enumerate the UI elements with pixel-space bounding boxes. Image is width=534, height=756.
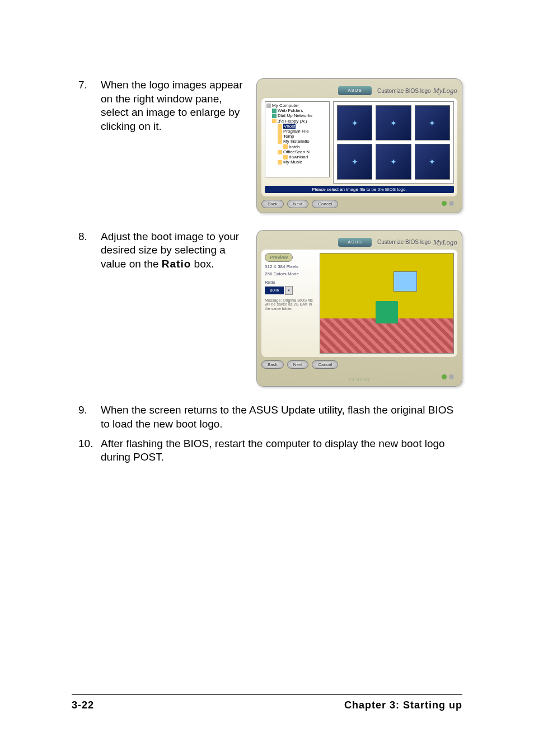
folder-icon [278, 139, 282, 144]
mylogo-text: MyLogo [433, 86, 457, 95]
screenshot-preview: ASUS Customize BIOS logo MyLogo Preview … [256, 230, 462, 387]
cancel-button[interactable]: Cancel [312, 360, 338, 369]
thumbnail[interactable]: ✦ [415, 144, 450, 179]
tree-root: My Computer [272, 103, 299, 108]
step-text-part: box. [191, 258, 214, 270]
page-number: 3-22 [72, 699, 94, 711]
resolution-text: 512 X 384 Pixels [265, 264, 315, 269]
preview-window-graphic [394, 271, 417, 292]
tree-node: batch [289, 144, 300, 149]
tree-node: Web Folders [278, 108, 303, 113]
globe-icon [272, 109, 277, 113]
floppy-icon [272, 119, 277, 123]
document-page: 7. When the logo images appear on the ri… [0, 0, 534, 756]
preview-plant-graphic [376, 301, 398, 323]
network-icon [272, 114, 277, 118]
color-mode-text: 256 Colors Mode [265, 271, 315, 276]
status-dot-icon [442, 201, 447, 206]
step-number: 8. [78, 230, 101, 271]
ratio-value: 80% [265, 287, 284, 294]
ratio-label: Ratio [265, 280, 315, 285]
screenshot-select-image: ASUS Customize BIOS logo MyLogo My Compu… [256, 78, 462, 213]
thumbnail[interactable]: ✦ [376, 144, 411, 179]
tree-node: Program File [283, 129, 309, 134]
back-button[interactable]: Back [261, 200, 284, 208]
tree-node: Dial-Up Networks [278, 113, 312, 118]
folder-icon [278, 134, 282, 139]
header-caption: Customize BIOS logo [377, 239, 431, 245]
page-footer: 3-22 Chapter 3: Starting up [72, 694, 462, 711]
ratio-select[interactable]: 80% ▼ [265, 286, 315, 295]
image-preview [320, 253, 454, 354]
computer-icon [266, 104, 271, 108]
next-button[interactable]: Next [287, 360, 308, 369]
ratio-keyword: Ratio [162, 258, 191, 270]
thumbnail[interactable]: ✦ [337, 105, 372, 140]
preview-tab[interactable]: Preview [265, 253, 293, 262]
tree-node: My Music [283, 159, 302, 165]
status-dot-icon [449, 374, 454, 379]
header-caption: Customize BIOS logo [377, 88, 431, 94]
thumbnail[interactable]: ✦ [415, 105, 450, 140]
tree-node: download [289, 154, 308, 159]
step-text: When the screen returns to the ASUS Upda… [101, 403, 462, 431]
step-text: Adjust the boot image to your desired si… [101, 230, 243, 271]
next-button[interactable]: Next [287, 200, 308, 208]
step-text: When the logo images appear on the right… [101, 78, 243, 134]
chapter-title: Chapter 3: Starting up [344, 699, 462, 711]
folder-icon [278, 160, 282, 165]
status-dot-icon [449, 201, 454, 206]
tree-node-selected: Vhost [283, 124, 296, 129]
status-dot-icon [442, 374, 447, 379]
thumbnail[interactable]: ✦ [376, 105, 411, 140]
tree-node: OfficeScan N [283, 149, 310, 154]
tree-node: 3½ Floppy (A:) [278, 119, 307, 124]
folder-tree[interactable]: My Computer Web Folders Dial-Up Networks… [265, 101, 330, 177]
step-number: 9. [78, 403, 101, 431]
folder-icon [278, 129, 282, 134]
step-text: After flashing the BIOS, restart the com… [101, 437, 462, 464]
step-7-row: 7. When the logo images appear on the ri… [78, 78, 462, 213]
mylogo-text: MyLogo [433, 238, 457, 247]
folder-icon [283, 144, 288, 149]
folder-icon [278, 124, 282, 129]
thumbnail[interactable]: ✦ [337, 144, 372, 179]
step-8-row: 8. Adjust the boot image to your desired… [78, 230, 462, 387]
dropdown-arrow-icon[interactable]: ▼ [285, 286, 293, 295]
hint-bar: Please select an image file to be the BI… [265, 186, 454, 193]
cancel-button[interactable]: Cancel [312, 200, 338, 208]
tree-node: Temp [283, 134, 294, 139]
asus-logo: ASUS [338, 86, 372, 95]
step-number: 10. [78, 437, 101, 464]
step-number: 7. [78, 78, 101, 134]
asus-logo: ASUS [338, 238, 372, 247]
message-text: Message: Original BIOS file will be save… [265, 298, 315, 311]
folder-icon [278, 150, 282, 154]
version-text: V3.00.01 [261, 377, 457, 382]
folder-icon [283, 155, 288, 159]
back-button[interactable]: Back [261, 360, 284, 369]
tree-node: My Installatio [283, 139, 310, 144]
image-thumbnails: ✦ ✦ ✦ ✦ ✦ ✦ [333, 101, 454, 184]
